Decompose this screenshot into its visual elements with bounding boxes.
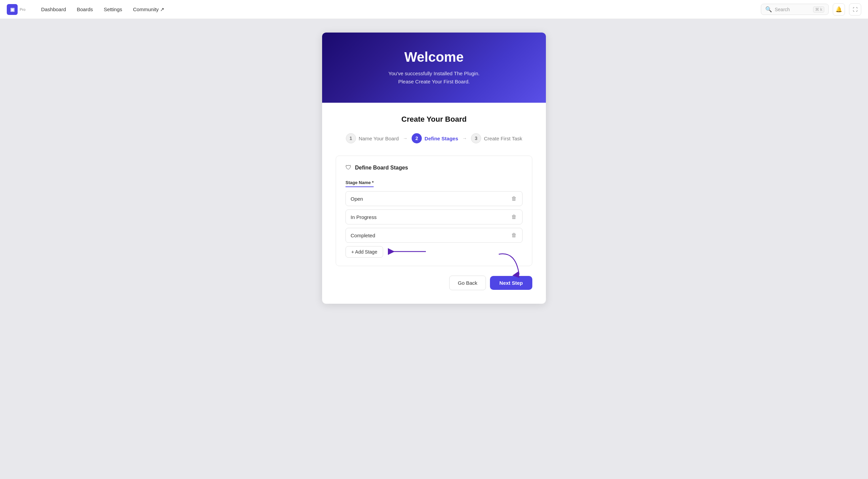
add-stage-row: + Add Stage [346, 246, 522, 258]
card-heading: Create Your Board [336, 115, 532, 124]
search-icon: 🔍 [765, 6, 772, 13]
section-title: Define Board Stages [355, 165, 408, 171]
section-header: 🛡 Define Board Stages [346, 164, 522, 171]
step-3-number: 3 [471, 133, 481, 143]
delete-open-icon[interactable]: 🗑 [511, 195, 517, 202]
steps-row: 1 Name Your Board → 2 Define Stages → 3 … [336, 133, 532, 143]
step-2-number: 2 [412, 133, 422, 143]
form-section: 🛡 Define Board Stages Stage Name * 🗑 🗑 [336, 156, 532, 266]
search-shortcut: ⌘ k [813, 6, 824, 13]
go-back-button[interactable]: Go Back [449, 276, 486, 290]
step-1-label: Name Your Board [359, 136, 399, 141]
nav-links: Dashboard Boards Settings Community ↗ [36, 4, 758, 15]
search-placeholder: Search [775, 7, 810, 12]
annotation-arrow-left [389, 247, 429, 257]
step-arrow-1: → [403, 136, 408, 141]
welcome-subtitle: You've successfully Installed The Plugin… [336, 69, 532, 86]
step-1-number: 1 [346, 133, 356, 143]
card-body: Create Your Board 1 Name Your Board → 2 … [322, 103, 546, 304]
navbar: ▣ Pro Dashboard Boards Settings Communit… [0, 0, 868, 19]
section-icon: 🛡 [346, 164, 352, 171]
stage-input-completed[interactable] [351, 233, 511, 238]
nav-link-dashboard[interactable]: Dashboard [36, 4, 71, 14]
logo-icon: ▣ [7, 4, 18, 15]
stage-row-open[interactable]: 🗑 [346, 191, 522, 206]
step-arrow-2: → [462, 136, 467, 141]
stage-input-in-progress[interactable] [351, 214, 511, 220]
annotation-arrow-right [489, 254, 529, 281]
welcome-title: Welcome [336, 49, 532, 65]
main-content: Welcome You've successfully Installed Th… [0, 19, 868, 317]
add-stage-button[interactable]: + Add Stage [346, 246, 383, 258]
logo-badge: Pro [20, 7, 25, 12]
expand-button[interactable]: ⛶ [849, 3, 861, 16]
delete-in-progress-icon[interactable]: 🗑 [511, 213, 517, 221]
nav-link-settings[interactable]: Settings [99, 4, 127, 14]
nav-right: 🔍 Search ⌘ k 🔔 ⛶ [761, 3, 861, 16]
delete-completed-icon[interactable]: 🗑 [511, 232, 517, 239]
stage-row-completed[interactable]: 🗑 [346, 228, 522, 243]
step-2-label: Define Stages [425, 136, 458, 141]
field-label: Stage Name * [346, 180, 374, 187]
card-container: Welcome You've successfully Installed Th… [322, 33, 546, 304]
nav-logo[interactable]: ▣ Pro [7, 4, 25, 15]
nav-link-boards[interactable]: Boards [72, 4, 98, 14]
search-bar[interactable]: 🔍 Search ⌘ k [761, 4, 829, 15]
welcome-banner: Welcome You've successfully Installed Th… [322, 33, 546, 103]
step-name-board: 1 Name Your Board [346, 133, 399, 143]
step-3-label: Create First Task [484, 136, 522, 141]
stage-input-open[interactable] [351, 196, 511, 202]
stage-row-in-progress[interactable]: 🗑 [346, 209, 522, 224]
expand-icon: ⛶ [853, 7, 857, 12]
nav-link-community[interactable]: Community ↗ [128, 4, 169, 15]
notification-button[interactable]: 🔔 [833, 3, 845, 16]
bell-icon: 🔔 [835, 6, 842, 13]
step-create-task: 3 Create First Task [471, 133, 522, 143]
step-define-stages: 2 Define Stages [412, 133, 458, 143]
